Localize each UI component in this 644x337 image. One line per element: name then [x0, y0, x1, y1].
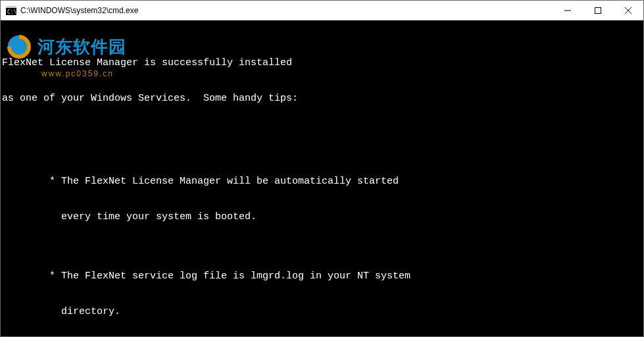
- console-line: as one of your Windows Services. Some ha…: [2, 93, 643, 105]
- console-line: FlexNet License Manager is successfully …: [2, 57, 643, 69]
- close-button[interactable]: [613, 1, 643, 20]
- watermark-text: 河东软件园: [37, 41, 126, 53]
- maximize-button[interactable]: [583, 1, 613, 20]
- svg-rect-1: [6, 6, 16, 8]
- console-line: every time your system is booted.: [2, 211, 643, 223]
- console-line: directory.: [2, 306, 643, 318]
- minimize-button[interactable]: [553, 1, 583, 20]
- console-area[interactable]: 河东软件园 www.pc0359.cn FlexNet License Mana…: [1, 20, 643, 336]
- titlebar: C:\ C:\WINDOWS\system32\cmd.exe: [1, 1, 643, 20]
- svg-text:C:\: C:\: [7, 9, 16, 15]
- window-title: C:\WINDOWS\system32\cmd.exe: [20, 6, 553, 15]
- console-line: * The FlexNet service log file is lmgrd.…: [2, 271, 643, 282]
- watermark-subtext: www.pc0359.cn: [41, 68, 114, 80]
- console-line: * The FlexNet License Manager will be au…: [2, 176, 643, 188]
- svg-rect-4: [595, 8, 601, 14]
- cmd-icon: C:\: [6, 6, 16, 15]
- window-buttons: [553, 1, 643, 20]
